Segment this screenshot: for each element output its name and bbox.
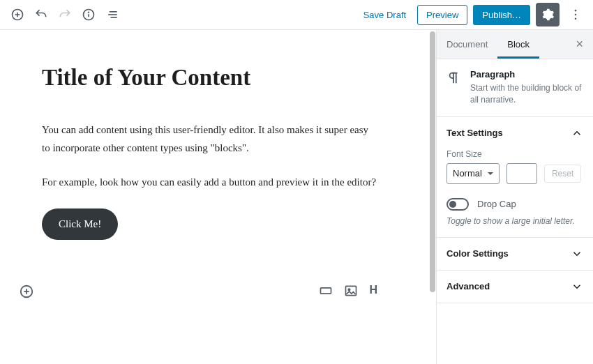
content-info-button[interactable] (78, 4, 99, 25)
toolbar-right: Save Draft Preview Publish… (358, 3, 586, 26)
top-toolbar: Save Draft Preview Publish… (0, 0, 593, 30)
redo-button (54, 4, 75, 25)
toolbar-left (7, 4, 123, 25)
panel-title: Advanced (446, 281, 490, 291)
block-title: Paragraph (470, 69, 583, 79)
rectangle-icon (319, 284, 333, 298)
main-area: Title of Your Content You can add conten… (0, 30, 593, 364)
settings-button[interactable] (536, 3, 560, 26)
editor-scrollbar[interactable] (430, 30, 435, 364)
panel-header-color-settings[interactable]: Color Settings (437, 238, 593, 270)
plus-circle-icon (19, 284, 34, 299)
panel-header-advanced[interactable]: Advanced (437, 271, 593, 303)
save-draft-button[interactable]: Save Draft (358, 6, 412, 24)
layout-block-icon[interactable] (319, 284, 333, 300)
paragraph-icon (446, 70, 462, 86)
editor-content: Title of Your Content You can add conten… (0, 30, 436, 254)
more-vertical-icon (569, 8, 583, 22)
panel-header-text-settings[interactable]: Text Settings (437, 117, 593, 149)
drop-cap-toggle[interactable] (446, 198, 469, 211)
preview-button[interactable]: Preview (417, 5, 467, 25)
font-size-select[interactable]: Normal (446, 163, 500, 184)
sidebar-tabs: Document Block × (437, 30, 593, 59)
undo-button[interactable] (31, 4, 52, 25)
svg-point-5 (89, 12, 89, 13)
svg-rect-15 (321, 287, 331, 293)
editor-canvas[interactable]: Title of Your Content You can add conten… (0, 30, 436, 364)
add-block-inline-button[interactable] (17, 282, 36, 301)
info-icon (82, 8, 96, 22)
gear-icon (541, 8, 555, 22)
font-size-number-input[interactable] (506, 163, 537, 184)
heading-block-icon[interactable]: H (369, 284, 377, 300)
panel-text-settings: Text Settings Font Size Normal Reset Dro… (437, 117, 593, 238)
tab-document[interactable]: Document (437, 30, 497, 59)
button-block[interactable]: Click Me! (42, 208, 118, 240)
chevron-down-icon (571, 248, 583, 260)
scrollbar-thumb[interactable] (430, 31, 435, 292)
block-description: Start with the building block of all nar… (470, 82, 583, 107)
svg-point-17 (349, 289, 351, 291)
suggested-blocks: H (319, 284, 419, 300)
svg-point-10 (575, 14, 577, 16)
panel-title: Color Settings (446, 248, 509, 259)
post-title[interactable]: Title of Your Content (42, 65, 394, 91)
paragraph-block[interactable]: You can add content using this user-frie… (42, 121, 377, 157)
block-appender: H (0, 282, 436, 301)
plus-circle-icon (10, 8, 24, 22)
panel-title: Text Settings (446, 128, 503, 138)
close-icon: × (576, 37, 583, 51)
undo-icon (34, 8, 48, 22)
image-block-icon[interactable] (344, 284, 358, 300)
chevron-up-icon (571, 127, 583, 139)
font-size-label: Font Size (446, 149, 583, 159)
panel-color-settings: Color Settings (437, 238, 593, 271)
image-icon (344, 284, 358, 298)
svg-point-11 (575, 18, 577, 20)
paragraph-block[interactable]: For example, look how you can easily add… (42, 174, 377, 192)
redo-icon (58, 8, 72, 22)
block-summary: Paragraph Start with the building block … (437, 59, 593, 117)
add-block-button[interactable] (7, 4, 28, 25)
svg-point-9 (575, 10, 577, 12)
publish-button[interactable]: Publish… (473, 5, 530, 25)
close-sidebar-button[interactable]: × (566, 37, 593, 52)
chevron-down-icon (571, 280, 583, 293)
more-options-button[interactable] (565, 4, 586, 25)
tab-block[interactable]: Block (497, 30, 539, 59)
panel-body-text-settings: Font Size Normal Reset Drop Cap Toggle t… (437, 149, 593, 237)
drop-cap-hint: Toggle to show a large initial letter. (446, 216, 583, 226)
panel-advanced: Advanced (437, 271, 593, 303)
settings-sidebar: Document Block × Paragraph Start with th… (436, 30, 593, 364)
list-icon (105, 8, 119, 22)
font-size-reset-button[interactable]: Reset (544, 165, 581, 183)
block-navigation-button[interactable] (102, 4, 123, 25)
drop-cap-label: Drop Cap (477, 199, 516, 209)
